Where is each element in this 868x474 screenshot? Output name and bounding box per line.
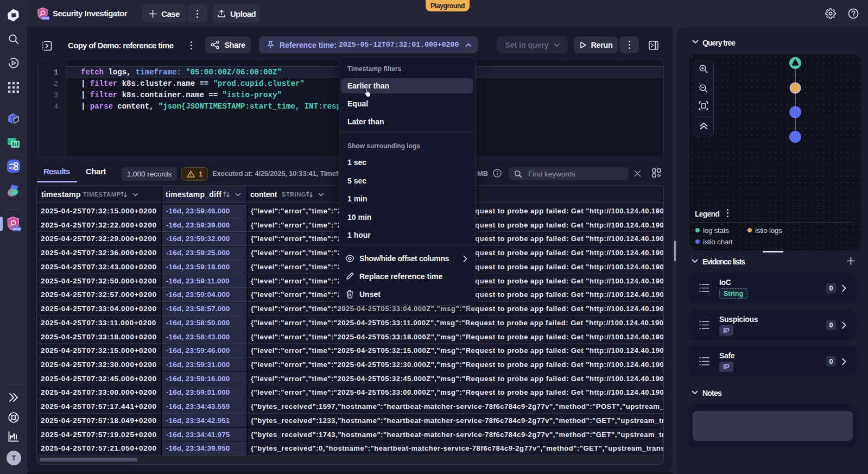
- svg-text:NEW: NEW: [42, 16, 49, 20]
- svg-text:NEW: NEW: [13, 227, 21, 231]
